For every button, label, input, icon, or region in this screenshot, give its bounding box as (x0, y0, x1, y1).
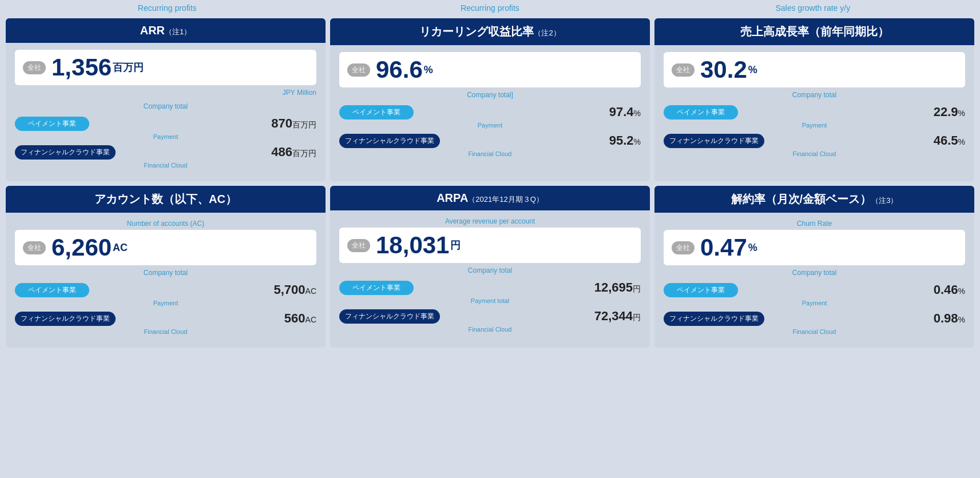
segment-badge-arr-0: ペイメント事業 (15, 117, 89, 131)
segment-block-recurring-0: ペイメント事業97.4%Payment (339, 105, 641, 129)
card-title-sales-growth: 売上高成長率（前年同期比） (740, 25, 889, 38)
card-sales-growth: 売上高成長率（前年同期比）全社30.2%Company totalペイメント事業… (654, 18, 974, 181)
segment-value-arr-0: 870百万円 (271, 116, 316, 131)
card-header-accounts: アカウント数（以下、AC） (6, 186, 326, 213)
segment-block-churn-1: フィナンシャルクラウド事業0.98%Financial Cloud (664, 311, 965, 335)
segment-unit-arr-0: 百万円 (292, 120, 316, 129)
segment-value-accounts-0: 5,700AC (273, 282, 316, 297)
company-total-label-sales-growth: Company total (664, 91, 965, 99)
segment-block-arr-1: フィナンシャルクラウド事業486百万円Financial Cloud (15, 145, 316, 169)
segment-unit-arpa-1: 円 (633, 313, 641, 322)
segment-badge-arpa-0: ペイメント事業 (339, 281, 414, 295)
main-number-accounts: 6,260 (51, 236, 112, 260)
segment-label-recurring-1: Financial Cloud (339, 150, 641, 157)
segment-unit-sales-growth-1: % (958, 137, 965, 146)
card-arpa: ARPA（2021年12月期３Q）Average revenue per acc… (330, 186, 650, 348)
segment-block-arpa-0: ペイメント事業12,695円Payment total (339, 280, 641, 304)
card-title-recurring: リカーリング収益比率 (419, 25, 534, 38)
segment-row-churn-1: フィナンシャルクラウド事業0.98% (664, 311, 965, 326)
top-label-arpa: Average revenue per account (339, 217, 641, 225)
all-badge-churn: 全社 (672, 241, 695, 254)
card-accounts: アカウント数（以下、AC）Number of accounts (AC)全社6,… (6, 186, 326, 348)
all-badge-recurring: 全社 (347, 63, 370, 77)
segment-value-accounts-1: 560AC (284, 311, 316, 326)
segment-value-arpa-1: 72,344円 (594, 309, 641, 324)
segment-unit-arpa-0: 円 (633, 284, 641, 293)
segment-unit-recurring-1: % (634, 137, 641, 146)
company-total-label-arr: Company total (15, 102, 316, 110)
main-unit-recurring: % (424, 64, 433, 76)
segment-badge-churn-0: ペイメント事業 (664, 283, 738, 297)
segment-block-recurring-1: フィナンシャルクラウド事業95.2%Financial Cloud (339, 133, 641, 157)
card-recurring: リカーリング収益比率（注2）全社96.6%Company total]ペイメント… (330, 18, 650, 181)
segment-badge-arpa-1: フィナンシャルクラウド事業 (339, 309, 440, 324)
main-unit-arpa: 円 (450, 238, 461, 252)
segment-row-arpa-0: ペイメント事業12,695円 (339, 280, 641, 295)
segment-value-churn-0: 0.46% (934, 282, 965, 297)
segment-badge-recurring-1: フィナンシャルクラウド事業 (339, 134, 440, 148)
segment-label-accounts-1: Financial Cloud (15, 328, 316, 335)
segment-label-arpa-0: Payment total (339, 297, 641, 304)
company-total-label-churn: Company total (664, 269, 965, 277)
segment-label-arr-0: Payment (15, 133, 316, 140)
main-unit-accounts: AC (113, 242, 128, 254)
segment-value-recurring-0: 97.4% (609, 105, 641, 120)
main-unit-churn: % (748, 242, 757, 254)
segment-unit-arr-1: 百万円 (292, 149, 316, 158)
segment-row-churn-0: ペイメント事業0.46% (664, 282, 965, 297)
segment-unit-churn-1: % (958, 315, 965, 324)
card-title-arpa: ARPA (437, 192, 468, 204)
card-header-arpa: ARPA（2021年12月期３Q） (330, 186, 650, 210)
card-body-recurring: 全社96.6%Company total]ペイメント事業97.4%Payment… (330, 45, 650, 170)
card-arr: ARR（注1）全社1,356百万円JPY MillionCompany tota… (6, 18, 326, 181)
recurring-profits-label-center: Recurring profits (328, 0, 651, 15)
segment-unit-recurring-0: % (634, 109, 641, 118)
segment-row-arr-1: フィナンシャルクラウド事業486百万円 (15, 145, 316, 160)
card-churn: 解約率（月次/金額ベース）（注3）Churn Rate全社0.47%Compan… (654, 186, 974, 348)
card-header-sales-growth: 売上高成長率（前年同期比） (654, 18, 974, 45)
segment-badge-accounts-1: フィナンシャルクラウド事業 (15, 312, 116, 326)
card-header-arr: ARR（注1） (6, 18, 326, 43)
card-note-arpa: （2021年12月期３Q） (468, 195, 543, 204)
main-unit-en-arr: JPY Million (15, 89, 316, 97)
card-header-churn: 解約率（月次/金額ベース）（注3） (654, 186, 974, 213)
card-body-accounts: Number of accounts (AC)全社6,260ACCompany … (6, 213, 326, 348)
card-body-sales-growth: 全社30.2%Company totalペイメント事業22.9%Paymentフ… (654, 45, 974, 170)
segment-row-accounts-1: フィナンシャルクラウド事業560AC (15, 311, 316, 326)
card-title-accounts: アカウント数（以下、AC） (94, 193, 237, 205)
segment-badge-sales-growth-0: ペイメント事業 (664, 105, 738, 120)
segment-unit-accounts-1: AC (305, 315, 316, 324)
main-unit-sales-growth: % (748, 64, 757, 76)
main-number-sales-growth: 30.2 (700, 58, 747, 82)
card-title-churn: 解約率（月次/金額ベース） (731, 193, 872, 205)
card-title-arr: ARR (140, 24, 165, 37)
top-label-accounts: Number of accounts (AC) (15, 220, 316, 228)
sales-growth-label: Sales growth rate y/y (652, 0, 974, 15)
segment-block-churn-0: ペイメント事業0.46%Payment (664, 282, 965, 306)
segment-unit-accounts-0: AC (305, 286, 316, 296)
segment-value-sales-growth-0: 22.9% (934, 105, 965, 120)
segment-block-accounts-1: フィナンシャルクラウド事業560ACFinancial Cloud (15, 311, 316, 335)
all-badge-arpa: 全社 (347, 239, 370, 252)
segment-badge-churn-1: フィナンシャルクラウド事業 (664, 312, 764, 326)
card-body-arr: 全社1,356百万円JPY MillionCompany totalペイメント事… (6, 43, 326, 181)
segment-label-sales-growth-1: Financial Cloud (664, 150, 965, 157)
segment-badge-sales-growth-1: フィナンシャルクラウド事業 (664, 134, 764, 148)
main-value-box-recurring: 全社96.6% (339, 52, 641, 87)
segment-block-accounts-0: ペイメント事業5,700ACPayment (15, 282, 316, 306)
segment-row-sales-growth-0: ペイメント事業22.9% (664, 105, 965, 120)
segment-badge-accounts-0: ペイメント事業 (15, 283, 89, 297)
all-badge-sales-growth: 全社 (672, 63, 695, 77)
main-number-recurring: 96.6 (376, 58, 423, 82)
segment-row-sales-growth-1: フィナンシャルクラウド事業46.5% (664, 133, 965, 148)
segment-label-churn-0: Payment (664, 300, 965, 306)
segment-row-recurring-0: ペイメント事業97.4% (339, 105, 641, 120)
segment-label-accounts-0: Payment (15, 300, 316, 306)
segment-value-sales-growth-1: 46.5% (934, 133, 965, 148)
card-note-recurring: （注2） (534, 29, 560, 37)
segment-value-arr-1: 486百万円 (271, 145, 316, 160)
segment-unit-sales-growth-0: % (958, 109, 965, 118)
segment-value-arpa-0: 12,695円 (594, 280, 641, 295)
main-value-box-arpa: 全社18,031円 (339, 228, 641, 263)
segment-block-sales-growth-0: ペイメント事業22.9%Payment (664, 105, 965, 129)
